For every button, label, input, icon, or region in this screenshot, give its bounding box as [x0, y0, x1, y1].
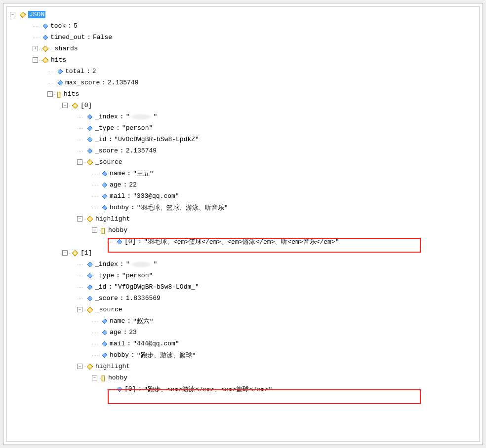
- kv-separator: :: [127, 340, 131, 347]
- tree-row[interactable]: −·· [1]: [10, 247, 476, 259]
- svg-marker-36: [102, 353, 107, 358]
- tree-row[interactable]: ···· hobby : "跑步、游泳、篮球": [10, 349, 476, 361]
- svg-marker-35: [102, 341, 107, 346]
- collapse-toggle[interactable]: −: [33, 57, 38, 63]
- tree-row[interactable]: −·· highlight: [10, 213, 476, 224]
- svg-marker-15: [87, 149, 92, 153]
- tree-row[interactable]: ···· _score : 2.135749: [10, 145, 476, 156]
- svg-marker-28: [87, 273, 92, 278]
- tree-row[interactable]: −·· [0]: [10, 100, 476, 111]
- tree-row[interactable]: ···· total : 2: [10, 66, 476, 77]
- leaf-key: total: [65, 68, 84, 75]
- collapse-toggle[interactable]: −: [10, 12, 15, 17]
- svg-marker-19: [102, 183, 107, 187]
- leaf-value: "UvOcDWgBR-bSw8-LpdkZ": [114, 136, 199, 143]
- array-icon: []: [57, 91, 62, 98]
- leaf-value: "跑步、<em>游泳</em>、<em>篮球</em>": [144, 385, 272, 394]
- kv-separator: :: [120, 147, 124, 154]
- leaf-value: 5: [74, 22, 78, 30]
- svg-marker-8: [58, 69, 63, 74]
- tree-row[interactable]: −··[] hits: [10, 88, 476, 100]
- leaf-value: "跑步、游泳、篮球": [137, 351, 196, 360]
- leaf-key: name: [110, 170, 125, 177]
- tree-row[interactable]: ···· _score : 1.8336569: [10, 293, 476, 304]
- leaf-value: False: [93, 34, 112, 41]
- collapse-toggle[interactable]: −: [77, 216, 82, 222]
- redacted-value: [129, 113, 153, 120]
- collapse-toggle[interactable]: −: [92, 375, 97, 380]
- kv-separator: :: [123, 181, 127, 188]
- array-icon: []: [101, 227, 106, 234]
- node-key: hobby: [108, 374, 127, 381]
- tree-row[interactable]: +·· _shards: [10, 43, 476, 54]
- tree-row[interactable]: ···· timed_out : False: [10, 32, 476, 43]
- value-icon: [102, 171, 108, 177]
- kv-separator: :: [108, 136, 112, 143]
- value-icon: [87, 148, 93, 154]
- expand-toggle[interactable]: +: [33, 46, 38, 51]
- svg-marker-9: [58, 80, 63, 85]
- value-icon: [87, 296, 93, 301]
- tree-row[interactable]: ···· [0] : "羽毛球、<em>篮球</em>、<em>游泳</em>、…: [10, 236, 476, 247]
- leaf-key: _score: [95, 295, 118, 302]
- tree-row[interactable]: ···· [0] : "跑步、<em>游泳</em>、<em>篮球</em>": [10, 383, 476, 395]
- tree-row[interactable]: ···· _id : "UvOcDWgBR-bSw8-LpdkZ": [10, 134, 476, 145]
- root-label: JSON: [28, 11, 45, 18]
- tree-row[interactable]: −·· highlight: [10, 361, 476, 372]
- kv-separator: :: [102, 79, 106, 86]
- svg-marker-30: [87, 296, 92, 301]
- leaf-key: age: [110, 329, 121, 336]
- json-tree: − JSON ···· took : 5 ···· timed_out : Fa…: [6, 6, 480, 442]
- kv-separator: :: [127, 192, 131, 200]
- leaf-key: _index: [95, 113, 118, 120]
- object-icon: [86, 216, 93, 223]
- leaf-key: _type: [95, 272, 114, 279]
- collapse-toggle[interactable]: −: [92, 227, 97, 233]
- collapse-toggle[interactable]: −: [62, 250, 68, 256]
- tree-row-root[interactable]: − JSON: [10, 9, 476, 20]
- node-key: hits: [64, 90, 79, 98]
- collapse-toggle[interactable]: −: [77, 364, 82, 369]
- tree-row[interactable]: ···· hobby : "羽毛球、篮球、游泳、听音乐": [10, 202, 476, 213]
- tree-row[interactable]: −·· _source: [10, 156, 476, 168]
- value-icon: [87, 273, 93, 279]
- leaf-key: timed_out: [50, 34, 85, 41]
- tree-row[interactable]: ···· _index : "": [10, 111, 476, 122]
- collapse-toggle[interactable]: −: [47, 91, 53, 97]
- tree-row[interactable]: ···· name : "王五": [10, 168, 476, 179]
- value-icon: [87, 125, 93, 131]
- collapse-toggle[interactable]: −: [77, 307, 82, 312]
- tree-row[interactable]: ···· took : 5: [10, 20, 476, 32]
- value-icon: [87, 137, 93, 143]
- tree-row[interactable]: −··[] hobby: [10, 372, 476, 383]
- tree-row[interactable]: ···· _type : "person": [10, 270, 476, 281]
- tree-row[interactable]: ···· _type : "person": [10, 122, 476, 134]
- leaf-value: 1.8336569: [126, 295, 161, 302]
- tree-row[interactable]: −·· hits: [10, 54, 476, 66]
- value-icon: [102, 330, 108, 336]
- tree-row[interactable]: −··[] hobby: [10, 224, 476, 236]
- tree-row[interactable]: ···· max_score : 2.135749: [10, 77, 476, 88]
- tree-row[interactable]: ···· age : 22: [10, 179, 476, 190]
- tree-row[interactable]: ···· _index : "": [10, 259, 476, 270]
- tree-row[interactable]: −·· _source: [10, 304, 476, 315]
- tree-row[interactable]: ···· _id : "VfOgDWgBR-bSw8-LOdm_": [10, 281, 476, 293]
- kv-separator: :: [120, 113, 124, 120]
- kv-separator: :: [87, 34, 91, 41]
- kv-separator: :: [120, 295, 124, 302]
- leaf-value: 2.135749: [126, 147, 157, 154]
- svg-marker-39: [117, 387, 122, 392]
- node-key: hits: [51, 56, 66, 64]
- leaf-key: hobby: [110, 204, 129, 211]
- tree-row[interactable]: ···· mail : "333@qq.com": [10, 190, 476, 202]
- collapse-toggle[interactable]: −: [77, 159, 82, 165]
- leaf-value: "王五": [133, 169, 154, 178]
- kv-separator: :: [131, 351, 135, 359]
- tree-row[interactable]: ···· mail : "444@qq.com": [10, 338, 476, 349]
- value-icon: [102, 341, 108, 347]
- leaf-key: mail: [110, 340, 125, 347]
- kv-separator: :: [120, 261, 124, 268]
- tree-row[interactable]: ···· name : "赵六": [10, 315, 476, 327]
- collapse-toggle[interactable]: −: [62, 103, 68, 108]
- tree-row[interactable]: ···· age : 23: [10, 327, 476, 338]
